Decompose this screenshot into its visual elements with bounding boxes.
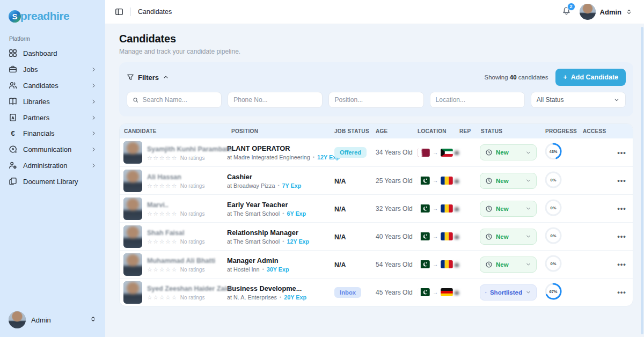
clock-icon [485, 233, 493, 240]
status-select[interactable]: All Status [531, 92, 626, 108]
job-status-badge: N/A [334, 233, 346, 241]
candidate-photo [123, 281, 142, 304]
separator-dot: • [282, 239, 284, 244]
flag-from [418, 232, 430, 240]
status-dropdown[interactable]: New [480, 257, 537, 273]
row-actions-button[interactable]: ••• [611, 260, 633, 268]
notification-count-badge: 2 [567, 3, 575, 11]
sidebar-item-jobs[interactable]: Jobs [0, 61, 105, 77]
arrow-right-icon: → [433, 233, 438, 239]
sidebar-item-document-library[interactable]: Document Library [0, 173, 105, 189]
chevron-right-icon [91, 115, 97, 121]
status-dropdown[interactable]: Shortlisted [480, 284, 537, 301]
star-rating-icons: ☆☆☆☆☆ [147, 266, 178, 273]
job-status-badge: Offered [334, 147, 367, 158]
sidebar-toggle-button[interactable] [115, 8, 123, 16]
chevron-down-icon [525, 289, 531, 295]
table-row: Shah Faisal ☆☆☆☆☆ No ratings Relationshi… [120, 222, 633, 250]
notifications-button[interactable]: 2 [560, 4, 573, 20]
brand-logo[interactable]: S preadhire [0, 9, 105, 30]
age-cell: 25 Years Old [371, 177, 413, 185]
sidebar-item-libraries[interactable]: Libraries [0, 93, 105, 109]
status-dropdown[interactable]: New [480, 144, 537, 160]
chevron-right-icon [91, 83, 97, 89]
experience-label[interactable]: 30Y Exp [267, 266, 289, 273]
company-name: at The Smart School [227, 210, 280, 217]
svg-text:67%: 67% [549, 289, 557, 294]
phone-input[interactable] [233, 96, 317, 104]
candidate-cell[interactable]: Marvi.. ☆☆☆☆☆ No ratings [120, 197, 227, 220]
chevron-down-icon [613, 97, 620, 103]
age-cell: 45 Years Old [371, 289, 413, 296]
sidebar-item-financials[interactable]: € Financials [0, 126, 105, 141]
candidate-cell[interactable]: Muhammad Ali Bhatti ☆☆☆☆☆ No ratings [120, 253, 227, 276]
column-header: CANDIDATE [120, 128, 227, 134]
company-name: at The Smart School [227, 238, 280, 245]
main-area: Candidates 2 Admin Candidates Manage and… [105, 0, 644, 337]
candidate-cell[interactable]: Ali Hassan ☆☆☆☆☆ No ratings [120, 170, 227, 192]
sidebar-user-menu[interactable]: Admin [0, 305, 105, 337]
position-title: Early Year Teacher [227, 201, 327, 209]
candidate-name: Marvi.. [147, 201, 169, 209]
table-body: Syamjith Kunhi Parambath ☆☆☆☆☆ No rating… [120, 138, 633, 306]
topbar: Candidates 2 Admin [105, 0, 644, 24]
experience-label[interactable]: 12Y Exp [287, 238, 309, 245]
row-actions-button[interactable]: ••• [611, 177, 633, 185]
flag-to [441, 204, 453, 213]
filters-toggle[interactable]: Filters [127, 74, 169, 82]
svg-text:43%: 43% [549, 149, 557, 154]
experience-label[interactable]: 7Y Exp [282, 182, 302, 189]
sidebar-item-label: Partners [23, 114, 49, 122]
experience-label[interactable]: 20Y Exp [284, 294, 306, 301]
flag-from [418, 149, 430, 157]
arrow-right-icon: → [433, 178, 438, 184]
candidate-name: Ali Hassan [147, 173, 181, 181]
sidebar-item-partners[interactable]: Partners [0, 109, 105, 126]
phone-field [228, 92, 323, 108]
user-menu[interactable]: Admin [580, 4, 632, 20]
add-candidate-button[interactable]: + Add Candidate [555, 69, 626, 86]
status-dropdown[interactable]: New [480, 201, 537, 217]
status-dropdown[interactable]: New [480, 173, 537, 189]
experience-label[interactable]: 6Y Exp [287, 210, 306, 217]
location-input[interactable] [436, 96, 519, 104]
star-rating-icons: ☆☆☆☆☆ [147, 210, 178, 217]
sidebar-item-dashboard[interactable]: Dashboard [0, 45, 105, 61]
candidate-cell[interactable]: Syamjith Kunhi Parambath ☆☆☆☆☆ No rating… [120, 141, 227, 164]
location-field [430, 92, 525, 108]
sidebar-item-label: Dashboard [23, 49, 57, 57]
chevron-right-icon [91, 99, 97, 105]
column-header: ACCESS [579, 128, 611, 134]
chevron-up-icon [163, 74, 169, 80]
table-row: Syed Zeeshan Haider Zaidi ☆☆☆☆☆ No ratin… [120, 278, 633, 306]
sidebar-item-communication[interactable]: Communication [0, 141, 105, 157]
status-dropdown[interactable]: New [480, 229, 537, 245]
search-name-input[interactable] [142, 96, 216, 104]
job-status-badge: Inbox [334, 287, 361, 298]
flag-from [418, 204, 430, 213]
row-actions-button[interactable]: ••• [611, 232, 633, 240]
candidate-cell[interactable]: Shah Faisal ☆☆☆☆☆ No ratings [120, 225, 227, 248]
no-ratings-label: No ratings [180, 239, 205, 245]
job-status-cell: Offered [330, 147, 371, 158]
no-ratings-label: No ratings [180, 267, 205, 273]
candidate-cell[interactable]: Syed Zeeshan Haider Zaidi ☆☆☆☆☆ No ratin… [120, 281, 227, 304]
position-input[interactable] [334, 96, 418, 104]
location-cell: → [413, 288, 455, 296]
flag-to [441, 177, 453, 185]
row-actions-button[interactable]: ••• [611, 204, 633, 213]
position-title: PLANT OPERATOR [227, 144, 327, 152]
progress-ring: 0% [544, 209, 562, 218]
status-label: New [496, 149, 509, 156]
users-icon [9, 81, 17, 90]
table-row: Marvi.. ☆☆☆☆☆ No ratings Early Year Teac… [120, 194, 633, 222]
search-icon [133, 97, 138, 104]
sidebar-item-candidates[interactable]: Candidates [0, 77, 105, 93]
dashboard-icon [9, 49, 17, 57]
row-actions-button[interactable]: ••• [611, 288, 633, 296]
sidebar-item-administration[interactable]: Administration [0, 157, 105, 173]
row-actions-button[interactable]: ••• [611, 149, 633, 157]
scrollbar[interactable] [641, 27, 643, 334]
sidebar-item-label: Jobs [23, 65, 38, 74]
company-name: at Broadway Pizza [227, 182, 275, 189]
